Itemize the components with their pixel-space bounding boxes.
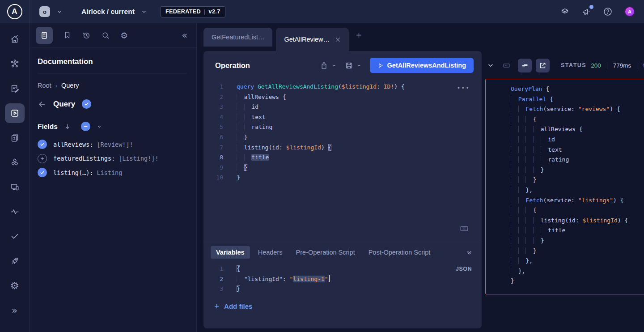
code-line: allReviews {: [497, 124, 644, 135]
insights-pulse-icon[interactable]: [5, 202, 25, 221]
documentation-tab-icon[interactable]: [36, 27, 53, 44]
tab-headers[interactable]: Headers: [253, 246, 288, 259]
add-files-label: Add files: [224, 302, 252, 310]
code-line: {: [497, 115, 644, 125]
save-options-chevron-icon[interactable]: [356, 63, 361, 68]
query-plan-viewer[interactable]: QueryPlan { Parallel { Fetch(service: "r…: [485, 79, 644, 294]
graph-name[interactable]: Airlock / current: [81, 8, 135, 16]
code-line: 3 id: [203, 102, 482, 112]
explorer-icon[interactable]: [5, 103, 25, 123]
collapse-response-chevron-icon[interactable]: [487, 62, 494, 69]
close-tab-icon[interactable]: [335, 37, 341, 43]
code-line: QueryPlan {: [497, 84, 644, 94]
language-label: JSON: [456, 264, 472, 274]
run-operation-button[interactable]: GetAllReviewsAndListing: [370, 58, 474, 73]
code-line: 9 }: [203, 163, 482, 173]
save-operation-icon[interactable]: [345, 61, 353, 70]
collapse-variables-chevrons-icon[interactable]: [466, 249, 475, 256]
breadcrumb: Root › Query: [38, 82, 186, 89]
field-add-plus-icon[interactable]: +: [38, 154, 47, 163]
field-checked-icon[interactable]: [38, 168, 47, 177]
expand-sidebar-icon[interactable]: »: [5, 300, 25, 320]
text-cursor: [329, 275, 330, 282]
inline-panel-icon[interactable]: [502, 61, 511, 70]
code-line: text: [497, 145, 644, 155]
sort-fields-icon[interactable]: [64, 123, 71, 130]
checks-icon[interactable]: [5, 226, 25, 246]
tab-pre-operation-script[interactable]: Pre-Operation Script: [291, 246, 360, 259]
field-row-allreviews[interactable]: allReviews:[Review!]!: [38, 140, 186, 149]
code-line: }: [497, 276, 644, 286]
breadcrumb-root[interactable]: Root: [38, 82, 51, 89]
apollo-logo-icon[interactable]: A: [7, 4, 22, 19]
divider: [607, 61, 607, 69]
user-avatar[interactable]: A: [624, 6, 635, 17]
settings-gear-icon[interactable]: ⚙: [5, 276, 25, 295]
graph-network-icon[interactable]: [5, 54, 25, 74]
share-options-chevron-icon[interactable]: [331, 63, 336, 68]
line-number: 7: [203, 143, 223, 153]
documentation-toolbar: ⚙ «: [30, 23, 196, 47]
code-line: 2 allReviews {: [203, 92, 482, 102]
code-line: }: [497, 236, 644, 246]
variables-editor[interactable]: JSON 1{2 "listingId": "listing-1"3}: [211, 264, 475, 294]
deselect-all-fields-icon[interactable]: [81, 122, 90, 131]
add-files-button[interactable]: + Add files: [211, 302, 475, 311]
help-icon[interactable]: [603, 7, 613, 17]
operation-card: Operation: [203, 51, 482, 328]
divider: [38, 73, 186, 73]
tab-label: GetAllReview…: [284, 36, 330, 43]
code-line: }: [497, 246, 644, 256]
code-line: }: [497, 175, 644, 185]
tab-post-operation-script[interactable]: Post-Operation Script: [363, 246, 436, 259]
variables-section: Variables Headers Pre-Operation Script P…: [203, 240, 482, 328]
field-row-listing[interactable]: listing(…):Listing: [38, 168, 186, 177]
keyboard-shortcuts-icon[interactable]: [459, 224, 469, 234]
home-icon[interactable]: [5, 30, 25, 49]
new-tab-plus-icon[interactable]: [355, 31, 363, 39]
workbench: GetFeaturedList… GetAllReview… Operation: [197, 23, 644, 332]
field-type: [Review!]!: [97, 141, 133, 148]
line-number: 6: [203, 132, 223, 143]
line-number: 2: [203, 92, 223, 102]
field-name: featuredListings:: [53, 155, 115, 162]
changelog-icon[interactable]: [5, 128, 25, 148]
code-line: 10}: [203, 173, 482, 183]
schema-editor-icon[interactable]: [5, 79, 25, 98]
graph-chevron-down-icon[interactable]: [141, 9, 147, 15]
code-line: 5 rating: [203, 122, 482, 132]
bookmarks-icon[interactable]: [63, 31, 72, 39]
code-line: {: [497, 205, 644, 216]
collapse-panel-icon[interactable]: «: [182, 30, 187, 41]
back-arrow-icon[interactable]: [38, 100, 47, 109]
org-chevron-down-icon[interactable]: [56, 9, 63, 15]
editor-menu-kebab-icon[interactable]: •••: [457, 83, 470, 94]
tab-getfeaturedlistings[interactable]: GetFeaturedList…: [203, 28, 272, 47]
clients-icon[interactable]: [5, 177, 25, 197]
type-selected-check-icon[interactable]: [82, 99, 91, 109]
query-plan-text-view-button[interactable]: [518, 59, 532, 72]
doc-settings-gear-icon[interactable]: ⚙: [120, 30, 128, 40]
search-icon[interactable]: [101, 31, 110, 40]
subgraphs-icon[interactable]: [5, 153, 25, 172]
operation-editor[interactable]: 1query GetAllReviewsAndListing($listingI…: [203, 78, 482, 240]
line-number: 3: [211, 284, 223, 294]
field-actions-chevron-icon[interactable]: [97, 124, 102, 129]
history-icon[interactable]: [82, 31, 91, 40]
status-label: STATUS: [561, 62, 586, 68]
code-line: 7 listing(id: $listingId) {: [203, 143, 482, 153]
announcements-megaphone-icon[interactable]: [581, 7, 591, 17]
launches-rocket-icon[interactable]: [5, 251, 25, 271]
field-checked-icon[interactable]: [38, 140, 47, 149]
org-avatar[interactable]: o: [39, 6, 50, 17]
tab-variables[interactable]: Variables: [211, 246, 250, 259]
open-in-new-window-button[interactable]: [536, 59, 550, 72]
share-operation-icon[interactable]: [320, 61, 328, 70]
graph-cube-icon[interactable]: [560, 7, 570, 17]
breadcrumb-current[interactable]: Query: [61, 82, 79, 89]
federation-version: v2.7: [209, 9, 220, 15]
field-row-featuredlistings[interactable]: + featuredListings:[Listing!]!: [38, 154, 186, 163]
breadcrumb-separator: ›: [55, 82, 57, 89]
tab-getallreviews[interactable]: GetAllReview…: [276, 28, 349, 51]
code-line: 6 }: [203, 132, 482, 143]
